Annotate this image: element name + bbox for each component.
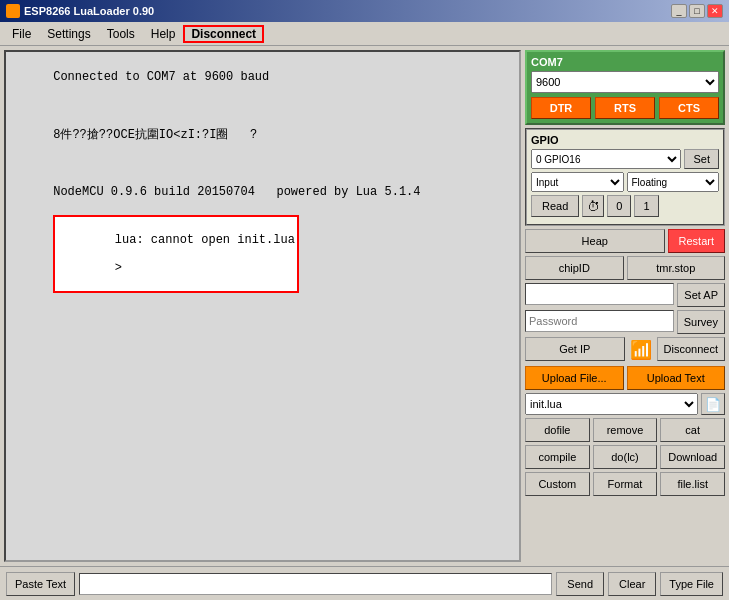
- dofile-button[interactable]: dofile: [525, 418, 590, 442]
- terminal-highlight-line2: >: [115, 261, 122, 275]
- gpio-mode-select[interactable]: Input Output: [531, 172, 624, 192]
- gpio-read-row: Read ⏱ 0 1: [531, 195, 719, 217]
- menu-disconnect[interactable]: Disconnect: [183, 25, 264, 43]
- title-bar-left: ESP8266 LuaLoader 0.90: [6, 4, 154, 18]
- terminal-output[interactable]: Connected to COM7 at 9600 baud 8件??搶??OC…: [4, 50, 521, 562]
- dtr-button[interactable]: DTR: [531, 97, 591, 119]
- terminal-panel: Connected to COM7 at 9600 baud 8件??搶??OC…: [4, 50, 521, 562]
- upload-row: Upload File... Upload Text: [525, 366, 725, 390]
- menu-bar: File Settings Tools Help Disconnect: [0, 22, 729, 46]
- remove-button[interactable]: remove: [593, 418, 658, 442]
- clear-button[interactable]: Clear: [608, 572, 656, 596]
- format-button[interactable]: Format: [593, 472, 658, 496]
- gpio-read-button[interactable]: Read: [531, 195, 579, 217]
- dofile-row: dofile remove cat: [525, 418, 725, 442]
- send-button[interactable]: Send: [556, 572, 604, 596]
- gpio-section: GPIO 0 GPIO16 1 GPIO5 2 GPIO4 3 GPIO0 4 …: [525, 128, 725, 226]
- minimize-button[interactable]: _: [671, 4, 687, 18]
- gpio-mode-row: Input Output Floating Pull-up Pull-down: [531, 172, 719, 192]
- window-title: ESP8266 LuaLoader 0.90: [24, 5, 154, 17]
- paste-text-button[interactable]: Paste Text: [6, 572, 75, 596]
- title-bar-controls: _ □ ✕: [671, 4, 723, 18]
- chipid-button[interactable]: chipID: [525, 256, 624, 280]
- gpio-set-button[interactable]: Set: [684, 149, 719, 169]
- gpio-zero-button[interactable]: 0: [607, 195, 631, 217]
- main-area: Connected to COM7 at 9600 baud 8件??搶??OC…: [0, 46, 729, 566]
- dtr-rts-row: DTR RTS CTS: [531, 97, 719, 119]
- rts-button[interactable]: RTS: [595, 97, 655, 119]
- terminal-highlight-box: lua: cannot open init.lua >: [53, 215, 299, 293]
- com-section: COM7 9600 19200 38400 57600 115200 DTR R…: [525, 50, 725, 125]
- menu-file[interactable]: File: [4, 25, 39, 43]
- type-file-button[interactable]: Type File: [660, 572, 723, 596]
- password-row: Survey: [525, 310, 725, 334]
- gpio-one-button[interactable]: 1: [634, 195, 658, 217]
- terminal-line-3: 8件??搶??OCE抗圍IO<zI:?I圈 ?: [53, 128, 257, 142]
- survey-button[interactable]: Survey: [677, 310, 725, 334]
- cts-button[interactable]: CTS: [659, 97, 719, 119]
- ap-input[interactable]: [525, 283, 674, 305]
- heap-button[interactable]: Heap: [525, 229, 665, 253]
- baud-select[interactable]: 9600 19200 38400 57600 115200: [531, 71, 719, 93]
- gpio-pin-select[interactable]: 0 GPIO16 1 GPIO5 2 GPIO4 3 GPIO0 4 GPIO2…: [531, 149, 681, 169]
- getip-button[interactable]: Get IP: [525, 337, 625, 361]
- custom-row: Custom Format file.list: [525, 472, 725, 496]
- terminal-line-5: NodeMCU 0.9.6 build 20150704 powered by …: [53, 185, 420, 199]
- maximize-button[interactable]: □: [689, 4, 705, 18]
- filelist-button[interactable]: file.list: [660, 472, 725, 496]
- file-select[interactable]: init.lua test.lua main.lua: [525, 393, 698, 415]
- chipid-tmr-row: chipID tmr.stop: [525, 256, 725, 280]
- upload-file-button[interactable]: Upload File...: [525, 366, 624, 390]
- cat-button[interactable]: cat: [660, 418, 725, 442]
- bottom-bar: Paste Text Send Clear Type File: [0, 566, 729, 600]
- upload-text-button[interactable]: Upload Text: [627, 366, 726, 390]
- gpio-title: GPIO: [531, 134, 719, 146]
- wifi-icon: 📶: [628, 337, 654, 363]
- terminal-line-1: Connected to COM7 at 9600 baud: [53, 70, 269, 84]
- buttons-section: Heap Restart chipID tmr.stop Set AP Surv…: [525, 229, 725, 496]
- close-button[interactable]: ✕: [707, 4, 723, 18]
- restart-button[interactable]: Restart: [668, 229, 725, 253]
- title-bar: ESP8266 LuaLoader 0.90 _ □ ✕: [0, 0, 729, 22]
- dolc-button[interactable]: do(lc): [593, 445, 658, 469]
- terminal-highlight-line1: lua: cannot open init.lua: [115, 233, 295, 247]
- right-panel: COM7 9600 19200 38400 57600 115200 DTR R…: [525, 50, 725, 562]
- file-icon-button[interactable]: 📄: [701, 393, 725, 415]
- tmrstop-button[interactable]: tmr.stop: [627, 256, 726, 280]
- getip-disconnect-row: Get IP 📶 Disconnect: [525, 337, 725, 363]
- paste-input[interactable]: [79, 573, 552, 595]
- menu-help[interactable]: Help: [143, 25, 184, 43]
- ap-row: Set AP: [525, 283, 725, 307]
- compile-button[interactable]: compile: [525, 445, 590, 469]
- com-title: COM7: [531, 56, 719, 68]
- heap-restart-row: Heap Restart: [525, 229, 725, 253]
- password-input[interactable]: [525, 310, 674, 332]
- setap-button[interactable]: Set AP: [677, 283, 725, 307]
- download-button[interactable]: Download: [660, 445, 725, 469]
- gpio-pull-select[interactable]: Floating Pull-up Pull-down: [627, 172, 720, 192]
- file-row: init.lua test.lua main.lua 📄: [525, 393, 725, 415]
- custom-button[interactable]: Custom: [525, 472, 590, 496]
- compile-row: compile do(lc) Download: [525, 445, 725, 469]
- app-icon: [6, 4, 20, 18]
- gpio-pin-row: 0 GPIO16 1 GPIO5 2 GPIO4 3 GPIO0 4 GPIO2…: [531, 149, 719, 169]
- disconnect-button[interactable]: Disconnect: [657, 337, 725, 361]
- clock-icon[interactable]: ⏱: [582, 195, 604, 217]
- menu-tools[interactable]: Tools: [99, 25, 143, 43]
- menu-settings[interactable]: Settings: [39, 25, 98, 43]
